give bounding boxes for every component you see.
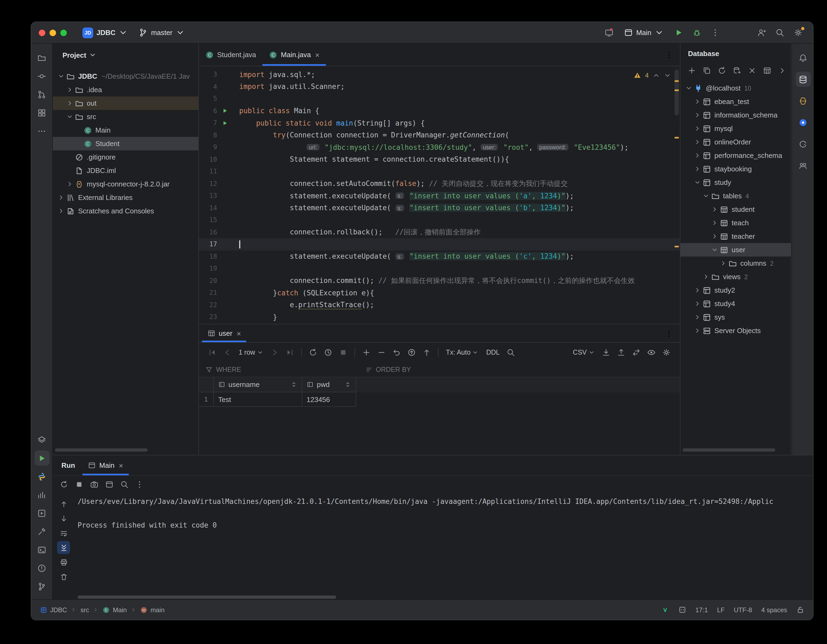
order-by-filter[interactable]: ORDER BY xyxy=(365,366,411,373)
grid-stop-button[interactable] xyxy=(336,346,350,359)
db-refresh-button[interactable] xyxy=(715,64,729,77)
grid-prev-button[interactable] xyxy=(220,346,234,359)
grid-next-button[interactable] xyxy=(267,346,281,359)
tab-main-java[interactable]: C Main.java × xyxy=(263,44,326,66)
tool-problems-button[interactable] xyxy=(34,560,49,575)
grid-tx-auto-button[interactable]: Tx: Auto xyxy=(443,349,482,356)
db-item-sys[interactable]: sys xyxy=(680,310,791,324)
project-item-idea[interactable]: .idea xyxy=(53,83,198,97)
db-item-mysql[interactable]: mysql xyxy=(680,122,791,135)
chevron-up-icon[interactable] xyxy=(652,72,660,79)
grid-minus-button[interactable] xyxy=(374,346,388,359)
db-datasource-button[interactable] xyxy=(730,64,744,77)
db-item-teacher[interactable]: teacher xyxy=(680,230,791,243)
run-stop-button[interactable] xyxy=(72,478,86,491)
grid-arrow-up-button[interactable] xyxy=(420,346,434,359)
db-duplicate-button[interactable] xyxy=(700,64,714,77)
column-header-username[interactable]: username xyxy=(214,377,302,392)
column-header-pwd[interactable]: pwd xyxy=(302,377,356,392)
status-v-logo[interactable]: V xyxy=(661,606,669,614)
run-screenshot-button[interactable] xyxy=(87,478,101,491)
grid-options-icon[interactable] xyxy=(665,329,674,338)
grid-transfer-button[interactable] xyxy=(629,346,643,359)
grid-last-button[interactable] xyxy=(282,346,296,359)
db-chevron-right-button[interactable] xyxy=(775,64,789,77)
console-trash-button[interactable] xyxy=(57,570,70,583)
tool-terminal-button[interactable] xyxy=(34,542,49,557)
run-line-icon[interactable] xyxy=(222,120,228,126)
tool-database-button[interactable] xyxy=(796,72,811,87)
tool-dependencies-button[interactable] xyxy=(796,115,811,130)
editor-scrollbar[interactable] xyxy=(674,70,679,115)
grid-csv-button[interactable]: CSV xyxy=(570,349,598,356)
close-tab-icon[interactable]: × xyxy=(119,461,123,469)
project-panel-header[interactable]: Project xyxy=(53,44,198,66)
project-item-mysql-connector-j-8-2-0-jar[interactable]: mysql-connector-j-8.2.0.jar xyxy=(53,177,198,191)
grid-commit-up-button[interactable] xyxy=(404,346,418,359)
breadcrumb-main[interactable]: CMain xyxy=(103,606,127,614)
project-item-scratches-and-consoles[interactable]: Scratches and Consoles xyxy=(53,204,198,218)
db-add-button[interactable] xyxy=(685,64,699,77)
console-print-button[interactable] xyxy=(57,556,70,569)
tool-beehive-button[interactable] xyxy=(796,93,811,108)
project-widget[interactable]: JD JDBC xyxy=(79,25,132,40)
tool-gradle-button[interactable] xyxy=(796,136,811,152)
status-lock-open[interactable] xyxy=(796,606,804,614)
project-item-src[interactable]: src xyxy=(53,110,198,123)
tool-build-button[interactable] xyxy=(34,524,49,539)
run-rerun-button[interactable] xyxy=(57,478,71,491)
close-tab-icon[interactable]: × xyxy=(315,51,320,58)
grid-cell[interactable]: 123456 xyxy=(302,392,356,407)
tool-layers-button[interactable] xyxy=(34,432,49,447)
grid-upload-button[interactable] xyxy=(614,346,628,359)
run-inspect-button[interactable] xyxy=(117,478,131,491)
console-arrow-down-button[interactable] xyxy=(57,512,70,525)
grid-first-button[interactable] xyxy=(205,346,219,359)
warning-stripe-mark[interactable] xyxy=(674,246,679,247)
breadcrumb-jdbc[interactable]: JDBC xyxy=(40,606,67,614)
run-button[interactable] xyxy=(671,25,686,40)
row-number[interactable]: 1 xyxy=(199,392,214,407)
breadcrumb-main[interactable]: mmain xyxy=(140,606,165,614)
db-table-button[interactable] xyxy=(760,64,774,77)
status-17-1[interactable]: 17:1 xyxy=(695,606,708,614)
tool-collaboration-button[interactable] xyxy=(796,158,811,173)
db-item-student[interactable]: student xyxy=(680,203,791,216)
status-utf-8[interactable]: UTF-8 xyxy=(734,606,752,614)
grid-clock-button[interactable] xyxy=(321,346,335,359)
grid-refresh-button[interactable] xyxy=(306,346,320,359)
grid-cell[interactable]: Test xyxy=(214,392,302,407)
branch-widget[interactable]: master xyxy=(135,26,189,39)
tool-commit-button[interactable] xyxy=(34,69,49,84)
close-window-button[interactable] xyxy=(39,30,45,36)
run-more-v-button[interactable] xyxy=(133,478,147,491)
zoom-window-button[interactable] xyxy=(60,30,67,36)
db-item-user[interactable]: user xyxy=(680,243,791,256)
warning-stripe-mark[interactable] xyxy=(674,89,679,91)
run-app-window-button[interactable] xyxy=(102,478,116,491)
close-tab-icon[interactable]: × xyxy=(237,330,241,337)
grid-revert-button[interactable] xyxy=(389,346,403,359)
tool-services-button[interactable] xyxy=(34,505,49,521)
editor-options-icon[interactable] xyxy=(665,50,674,59)
profiler-icon[interactable] xyxy=(602,25,617,40)
inspections-widget[interactable]: 4 xyxy=(634,72,671,79)
minimize-window-button[interactable] xyxy=(50,30,56,36)
console-hscrollbar[interactable] xyxy=(78,596,336,599)
tool-python-console-button[interactable] xyxy=(34,469,49,484)
grid-gear-button[interactable] xyxy=(660,346,674,359)
tab-run-main[interactable]: Main × xyxy=(83,455,129,475)
tab-user-table[interactable]: user × xyxy=(202,324,247,342)
chevron-down-icon[interactable] xyxy=(664,72,671,79)
tool-profiler-button[interactable] xyxy=(34,487,49,502)
status-ai[interactable] xyxy=(678,606,686,614)
code-editor[interactable]: 3import java.sql.*;4import java.util.Sca… xyxy=(199,66,680,324)
grid-plus-button[interactable] xyxy=(359,346,373,359)
project-item-jdbc[interactable]: JDBC~/Desktop/CS/JavaEE/1 Jav xyxy=(53,70,198,83)
db-item-study4[interactable]: study4 xyxy=(680,297,791,310)
grid-1-row-button[interactable]: 1 row xyxy=(236,349,267,356)
tool-notifications-button[interactable] xyxy=(796,50,811,65)
warning-stripe-mark[interactable] xyxy=(674,80,679,82)
grid-search-button[interactable] xyxy=(504,346,518,359)
breadcrumb-src[interactable]: src xyxy=(81,606,89,614)
